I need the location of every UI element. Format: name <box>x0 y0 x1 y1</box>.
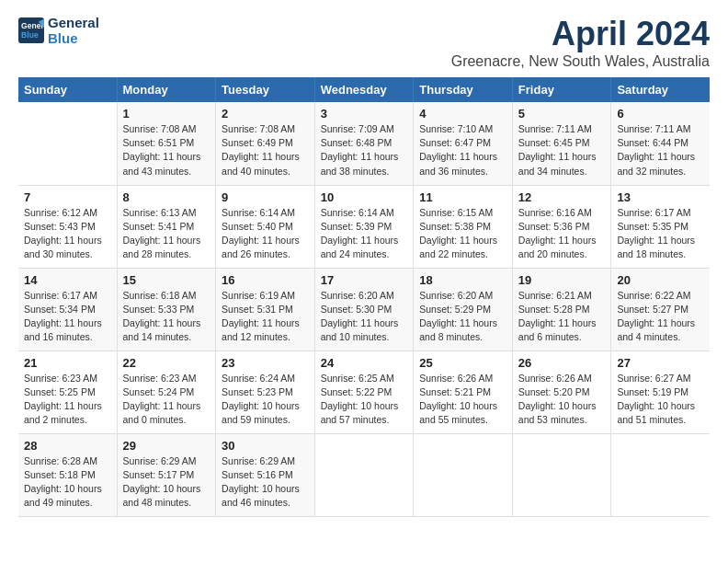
day-number: 6 <box>617 107 704 121</box>
header-monday: Monday <box>117 77 216 102</box>
calendar-cell <box>611 433 710 516</box>
header-thursday: Thursday <box>414 77 513 102</box>
day-info: Sunrise: 6:22 AM Sunset: 5:27 PM Dayligh… <box>617 289 704 345</box>
calendar-cell: 6Sunrise: 7:11 AM Sunset: 6:44 PM Daylig… <box>611 102 710 185</box>
day-info: Sunrise: 6:14 AM Sunset: 5:39 PM Dayligh… <box>321 206 408 262</box>
day-info: Sunrise: 6:21 AM Sunset: 5:28 PM Dayligh… <box>518 289 606 345</box>
day-number: 13 <box>617 190 704 204</box>
calendar-cell: 1Sunrise: 7:08 AM Sunset: 6:51 PM Daylig… <box>117 102 216 185</box>
logo-icon: General Blue <box>18 17 44 43</box>
logo-text-line1: General <box>48 15 99 30</box>
day-number: 20 <box>617 273 704 287</box>
day-info: Sunrise: 7:09 AM Sunset: 6:48 PM Dayligh… <box>321 122 408 178</box>
calendar-cell: 10Sunrise: 6:14 AM Sunset: 5:39 PM Dayli… <box>314 185 414 268</box>
calendar-cell: 28Sunrise: 6:28 AM Sunset: 5:18 PM Dayli… <box>18 433 117 516</box>
day-number: 15 <box>123 273 210 287</box>
calendar-cell: 26Sunrise: 6:26 AM Sunset: 5:20 PM Dayli… <box>512 350 611 433</box>
day-number: 2 <box>222 107 309 121</box>
logo: General Blue General Blue <box>18 15 99 46</box>
day-number: 30 <box>222 439 309 453</box>
day-info: Sunrise: 6:13 AM Sunset: 5:41 PM Dayligh… <box>123 206 210 262</box>
day-info: Sunrise: 6:18 AM Sunset: 5:33 PM Dayligh… <box>123 289 210 345</box>
day-info: Sunrise: 7:11 AM Sunset: 6:45 PM Dayligh… <box>518 122 606 178</box>
calendar-cell: 17Sunrise: 6:20 AM Sunset: 5:30 PM Dayli… <box>314 268 414 350</box>
calendar-cell: 27Sunrise: 6:27 AM Sunset: 5:19 PM Dayli… <box>611 350 710 433</box>
day-number: 29 <box>123 439 210 453</box>
calendar-week-3: 14Sunrise: 6:17 AM Sunset: 5:34 PM Dayli… <box>18 268 710 350</box>
day-info: Sunrise: 6:12 AM Sunset: 5:43 PM Dayligh… <box>24 206 111 262</box>
header-tuesday: Tuesday <box>216 77 315 102</box>
logo-text-line2: Blue <box>48 30 99 46</box>
calendar-cell <box>314 433 414 516</box>
calendar-header-row: SundayMondayTuesdayWednesdayThursdayFrid… <box>18 77 710 102</box>
day-number: 16 <box>222 273 309 287</box>
calendar-cell <box>512 433 611 516</box>
day-info: Sunrise: 6:23 AM Sunset: 5:25 PM Dayligh… <box>24 372 111 428</box>
day-info: Sunrise: 7:10 AM Sunset: 6:47 PM Dayligh… <box>419 122 506 178</box>
calendar-cell: 7Sunrise: 6:12 AM Sunset: 5:43 PM Daylig… <box>18 185 117 268</box>
calendar-cell: 18Sunrise: 6:20 AM Sunset: 5:29 PM Dayli… <box>414 268 513 350</box>
calendar-cell: 19Sunrise: 6:21 AM Sunset: 5:28 PM Dayli… <box>512 268 611 350</box>
calendar-cell: 8Sunrise: 6:13 AM Sunset: 5:41 PM Daylig… <box>117 185 216 268</box>
day-info: Sunrise: 6:28 AM Sunset: 5:18 PM Dayligh… <box>24 454 111 511</box>
calendar-week-2: 7Sunrise: 6:12 AM Sunset: 5:43 PM Daylig… <box>18 185 710 268</box>
subtitle: Greenacre, New South Wales, Australia <box>451 53 710 70</box>
day-info: Sunrise: 6:19 AM Sunset: 5:31 PM Dayligh… <box>222 289 309 345</box>
day-info: Sunrise: 6:17 AM Sunset: 5:34 PM Dayligh… <box>24 289 111 345</box>
calendar-cell: 9Sunrise: 6:14 AM Sunset: 5:40 PM Daylig… <box>216 185 315 268</box>
day-number: 25 <box>419 356 506 370</box>
day-number: 28 <box>24 439 111 453</box>
day-info: Sunrise: 7:08 AM Sunset: 6:51 PM Dayligh… <box>123 122 210 178</box>
day-info: Sunrise: 6:23 AM Sunset: 5:24 PM Dayligh… <box>123 372 210 428</box>
day-info: Sunrise: 6:24 AM Sunset: 5:23 PM Dayligh… <box>222 372 309 428</box>
calendar-cell: 20Sunrise: 6:22 AM Sunset: 5:27 PM Dayli… <box>611 268 710 350</box>
calendar-cell: 21Sunrise: 6:23 AM Sunset: 5:25 PM Dayli… <box>18 350 117 433</box>
title-block: April 2024 Greenacre, New South Wales, A… <box>451 15 710 70</box>
calendar-cell: 2Sunrise: 7:08 AM Sunset: 6:49 PM Daylig… <box>216 102 315 185</box>
day-number: 8 <box>123 190 210 204</box>
calendar-cell: 30Sunrise: 6:29 AM Sunset: 5:16 PM Dayli… <box>216 433 315 516</box>
day-info: Sunrise: 6:14 AM Sunset: 5:40 PM Dayligh… <box>222 206 309 262</box>
main-title: April 2024 <box>451 15 710 53</box>
header-saturday: Saturday <box>611 77 710 102</box>
calendar-cell: 11Sunrise: 6:15 AM Sunset: 5:38 PM Dayli… <box>414 185 513 268</box>
day-info: Sunrise: 6:25 AM Sunset: 5:22 PM Dayligh… <box>321 372 408 428</box>
day-number: 1 <box>123 107 210 121</box>
day-info: Sunrise: 6:26 AM Sunset: 5:21 PM Dayligh… <box>419 372 506 428</box>
calendar-week-5: 28Sunrise: 6:28 AM Sunset: 5:18 PM Dayli… <box>18 433 710 516</box>
header-friday: Friday <box>512 77 611 102</box>
day-number: 24 <box>321 356 408 370</box>
day-number: 23 <box>222 356 309 370</box>
day-number: 18 <box>419 273 506 287</box>
calendar-week-1: 1Sunrise: 7:08 AM Sunset: 6:51 PM Daylig… <box>18 102 710 185</box>
day-number: 11 <box>419 190 506 204</box>
calendar-cell: 15Sunrise: 6:18 AM Sunset: 5:33 PM Dayli… <box>117 268 216 350</box>
calendar-cell: 22Sunrise: 6:23 AM Sunset: 5:24 PM Dayli… <box>117 350 216 433</box>
day-number: 5 <box>518 107 606 121</box>
day-info: Sunrise: 6:20 AM Sunset: 5:30 PM Dayligh… <box>321 289 408 345</box>
calendar-cell <box>18 102 117 185</box>
day-info: Sunrise: 6:29 AM Sunset: 5:16 PM Dayligh… <box>222 454 309 511</box>
calendar-cell: 14Sunrise: 6:17 AM Sunset: 5:34 PM Dayli… <box>18 268 117 350</box>
calendar-cell: 29Sunrise: 6:29 AM Sunset: 5:17 PM Dayli… <box>117 433 216 516</box>
calendar-cell: 24Sunrise: 6:25 AM Sunset: 5:22 PM Dayli… <box>314 350 414 433</box>
day-number: 7 <box>24 190 111 204</box>
day-info: Sunrise: 6:27 AM Sunset: 5:19 PM Dayligh… <box>617 372 704 428</box>
calendar-cell: 25Sunrise: 6:26 AM Sunset: 5:21 PM Dayli… <box>414 350 513 433</box>
day-info: Sunrise: 6:20 AM Sunset: 5:29 PM Dayligh… <box>419 289 506 345</box>
day-number: 26 <box>518 356 606 370</box>
header-wednesday: Wednesday <box>314 77 414 102</box>
day-info: Sunrise: 6:16 AM Sunset: 5:36 PM Dayligh… <box>518 206 606 262</box>
day-number: 10 <box>321 190 408 204</box>
calendar-cell: 16Sunrise: 6:19 AM Sunset: 5:31 PM Dayli… <box>216 268 315 350</box>
calendar-week-4: 21Sunrise: 6:23 AM Sunset: 5:25 PM Dayli… <box>18 350 710 433</box>
day-info: Sunrise: 6:26 AM Sunset: 5:20 PM Dayligh… <box>518 372 606 428</box>
day-info: Sunrise: 7:11 AM Sunset: 6:44 PM Dayligh… <box>617 122 704 178</box>
day-number: 9 <box>222 190 309 204</box>
calendar-cell: 12Sunrise: 6:16 AM Sunset: 5:36 PM Dayli… <box>512 185 611 268</box>
day-number: 4 <box>419 107 506 121</box>
calendar-cell: 3Sunrise: 7:09 AM Sunset: 6:48 PM Daylig… <box>314 102 414 185</box>
day-number: 22 <box>123 356 210 370</box>
svg-text:Blue: Blue <box>21 30 39 40</box>
header-sunday: Sunday <box>18 77 117 102</box>
